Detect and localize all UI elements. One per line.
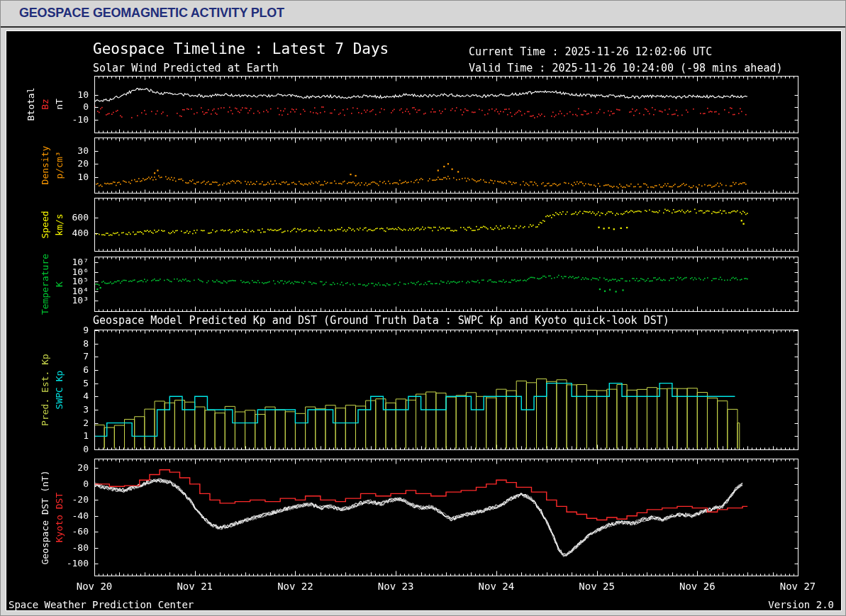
axis-label-temp-1: K bbox=[55, 281, 64, 287]
x-tick-label: Nov 26 bbox=[679, 581, 716, 591]
current-time-label: Current Time : 2025-11-26 12:02:06 UTC bbox=[469, 47, 712, 57]
y-tick-label: 20 bbox=[53, 463, 89, 472]
y-tick-label: 10⁶ bbox=[53, 267, 89, 276]
header-band: GEOSPACE GEOMAGNETIC ACTIVITY PLOT bbox=[1, 1, 845, 26]
axis-label-density-0: Density bbox=[40, 146, 50, 185]
footer-version-label: Version 2.0 bbox=[768, 600, 834, 610]
axis-label-kp-1: SWPC Kp bbox=[55, 370, 64, 409]
y-tick-label: 1 bbox=[53, 431, 89, 440]
header-divider bbox=[1, 26, 845, 28]
y-tick-label: 10³ bbox=[53, 296, 89, 305]
x-tick-label: Nov 24 bbox=[479, 581, 515, 591]
x-tick-label: Nov 22 bbox=[277, 581, 313, 591]
kp-dst-section-title: Geospace Model Predicted Kp and DST (Gro… bbox=[93, 315, 669, 326]
y-tick-label: 10⁴ bbox=[53, 286, 89, 296]
axis-label-density-1: p/cm³ bbox=[55, 151, 64, 179]
axis-label-speed-0: Speed bbox=[40, 211, 50, 238]
valid-time-label: Valid Time : 2025-11-26 10:24:00 (-98 mi… bbox=[469, 63, 783, 74]
y-tick-label: 0 bbox=[53, 479, 89, 488]
y-tick-label: -10 bbox=[53, 115, 89, 124]
axis-label-temp-0: Temperature bbox=[40, 253, 50, 314]
y-tick-label: 0 bbox=[53, 444, 89, 454]
geospace-plot: Geospace Timeline : Latest 7 Days Curren… bbox=[6, 30, 842, 611]
axis-label-speed-1: km/s bbox=[55, 213, 64, 235]
axis-label-imf-0: Btotal bbox=[26, 88, 35, 121]
x-tick-label: Nov 27 bbox=[780, 581, 816, 591]
x-tick-label: Nov 21 bbox=[177, 581, 213, 591]
y-tick-label: -100 bbox=[53, 559, 89, 568]
y-tick-label: 10 bbox=[53, 90, 89, 99]
y-tick-label: 7 bbox=[53, 352, 89, 361]
x-tick-label: Nov 25 bbox=[579, 581, 615, 591]
page-title: GEOSPACE GEOMAGNETIC ACTIVITY PLOT bbox=[19, 6, 284, 21]
y-tick-label: -80 bbox=[53, 543, 89, 552]
y-tick-label: 2 bbox=[53, 418, 89, 427]
axis-label-kp-0: Pred. Est. Kp bbox=[40, 354, 50, 426]
axis-label-imf-2: nT bbox=[55, 99, 64, 110]
y-tick-label: 9 bbox=[53, 325, 89, 335]
geospace-activity-page: GEOSPACE GEOMAGNETIC ACTIVITY PLOT Geosp… bbox=[0, 0, 846, 616]
solar-wind-subtitle: Solar Wind Predicted at Earth bbox=[93, 63, 279, 74]
footer-swpc-label: Space Weather Prediction Center bbox=[9, 600, 194, 610]
axis-label-dst-0: Geospace DST (nT) bbox=[40, 470, 50, 564]
axis-label-imf-1: Bz bbox=[40, 99, 50, 110]
x-tick-label: Nov 20 bbox=[77, 581, 113, 591]
axis-label-dst-1: Kyoto DST bbox=[55, 492, 64, 542]
x-tick-label: Nov 23 bbox=[378, 581, 414, 591]
chart-title: Geospace Timeline : Latest 7 Days bbox=[93, 42, 389, 57]
y-tick-label: 10⁷ bbox=[53, 257, 89, 267]
y-tick-label: 8 bbox=[53, 339, 89, 348]
